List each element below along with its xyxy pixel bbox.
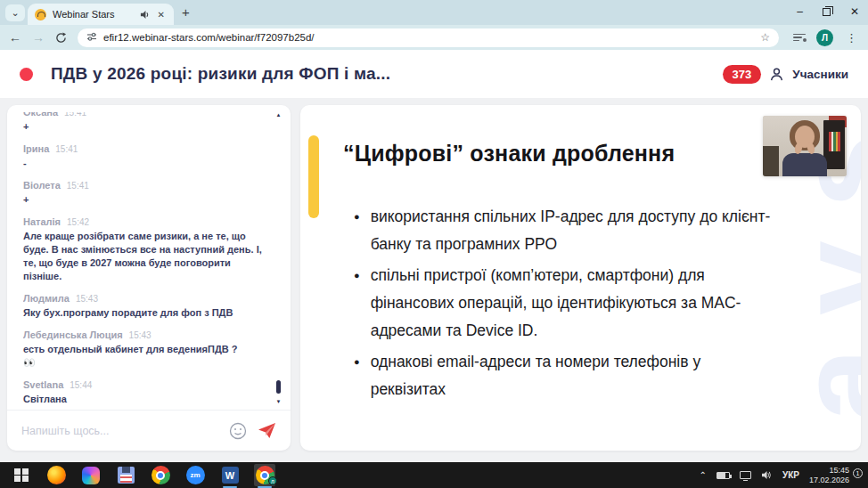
chrome-icon[interactable] (150, 464, 171, 486)
message-time: 15:41 (64, 112, 86, 118)
url-text[interactable]: efir12.webinar-stars.com/webinar/f72097b… (103, 32, 754, 43)
language-indicator[interactable]: УКР (782, 470, 799, 480)
message-author: Ірина (23, 143, 49, 154)
bullet-text: використання спільних IP-адрес для досту… (371, 203, 780, 258)
message-time: 15:41 (67, 181, 89, 191)
minimize-icon[interactable]: – (797, 4, 803, 20)
hidden-icons-chevron-icon[interactable]: ⌃ (700, 470, 707, 480)
scrollbar-thumb[interactable] (276, 380, 281, 394)
message-text: + (23, 193, 264, 207)
notification-count-badge: 1 (853, 468, 863, 478)
forward-icon[interactable]: → (32, 31, 45, 44)
tab-close-icon[interactable]: ✕ (156, 10, 167, 20)
battery-icon[interactable] (717, 472, 730, 479)
chat-message: Ірина15:41 - (23, 143, 264, 170)
message-author: Людмила (23, 293, 70, 304)
chat-input-row (7, 410, 291, 451)
profile-avatar[interactable]: Л (816, 29, 833, 46)
refresh-icon[interactable] (55, 32, 67, 44)
chat-message: Наталія15:42 Але краще розібрати саме ри… (23, 216, 264, 283)
message-author: Оксана (23, 112, 58, 118)
message-time: 15:43 (76, 294, 98, 304)
message-author: Лебединська Люция (23, 329, 123, 340)
tab-audio-icon[interactable] (140, 10, 150, 20)
copilot-icon[interactable] (80, 464, 102, 486)
taskbar-apps: zm W л (0, 464, 275, 486)
tray-time: 15:45 (809, 466, 849, 476)
chat-message-list[interactable]: Оксана15:41 + Ірина15:41 - Віолета15:41 … (23, 112, 264, 408)
chat-message: Оксана15:41 + (23, 112, 264, 134)
message-author: Наталія (23, 216, 61, 227)
presenter-body (782, 153, 827, 176)
browser-tab[interactable]: Webinar Stars ✕ (28, 4, 174, 25)
message-time: 15:41 (55, 144, 78, 154)
restore-icon[interactable] (823, 8, 831, 16)
message-time: 15:43 (129, 330, 151, 340)
participants-control[interactable]: 373 Учасники (723, 65, 848, 84)
person-icon (769, 67, 784, 82)
webinar-title: ПДВ у 2026 році: ризики для ФОП і ма... (51, 64, 723, 84)
participants-count-badge: 373 (723, 65, 762, 84)
message-text: Світлана (23, 393, 264, 406)
video-books (829, 132, 840, 151)
send-icon[interactable] (258, 422, 276, 439)
bookmark-star-icon[interactable]: ☆ (760, 31, 770, 44)
word-icon[interactable]: W (219, 464, 241, 486)
message-text: есть отдельный кабинет для веденияПДВ ? … (23, 343, 264, 370)
chrome-profile-badge: л (268, 476, 277, 485)
message-author: Svetlana (23, 379, 63, 390)
live-dot-icon (20, 68, 33, 81)
screen: ⌄ Webinar Stars ✕ + – ✕ ← → efir12.webin… (0, 0, 868, 488)
participants-label: Учасники (792, 68, 848, 81)
new-tab-button[interactable]: + (182, 4, 190, 20)
message-time: 15:42 (67, 217, 89, 227)
presenter-video-thumbnail[interactable] (763, 116, 847, 176)
browser-menu-icon[interactable]: ⋮ (844, 31, 859, 45)
chat-scrollbar[interactable]: ▲ ▼ (274, 112, 283, 404)
chrome-active-icon[interactable]: л (254, 464, 275, 486)
firefox-icon[interactable] (45, 464, 67, 486)
zoom-icon[interactable]: zm (184, 464, 206, 486)
site-settings-icon[interactable] (86, 29, 97, 45)
address-bar[interactable]: efir12.webinar-stars.com/webinar/f72097b… (78, 28, 779, 47)
chat-panel: Оксана15:41 + Ірина15:41 - Віолета15:41 … (7, 105, 291, 451)
chat-input[interactable] (21, 425, 218, 437)
window-close-icon[interactable]: ✕ (850, 4, 859, 20)
bullet-text: спільні пристрої (комп’ютери, смартфони)… (371, 262, 780, 345)
slide-title: “Цифрові” ознаки дроблення (343, 141, 675, 167)
network-icon[interactable] (740, 471, 751, 479)
chat-message: Лебединська Люция15:43 есть отдельный ка… (23, 329, 264, 370)
chat-message: Людмила15:43 Яку бух.програму порадите д… (23, 293, 264, 320)
slide-bullet-list: ● використання спільних IP-адрес для дос… (354, 203, 780, 407)
main-area: Оксана15:41 + Ірина15:41 - Віолета15:41 … (0, 98, 868, 462)
chat-message: Svetlana15:44 Світлана (23, 379, 264, 406)
windows-icon (14, 468, 29, 483)
webinar-header: ПДВ у 2026 році: ризики для ФОП і ма... … (0, 50, 868, 98)
message-text: + (23, 120, 264, 134)
message-text: Яку бух.програму порадите для фоп з ПДВ (23, 306, 264, 320)
chat-message: Віолета15:41 + (23, 180, 264, 207)
scroll-down-icon[interactable]: ▼ (274, 399, 283, 404)
save-app-icon[interactable] (115, 464, 136, 486)
browser-toolbar: ← → efir12.webinar-stars.com/webinar/f72… (0, 25, 868, 50)
back-icon[interactable]: ← (9, 31, 21, 44)
slide-bullet: ● однакові email-адреси та номери телефо… (354, 348, 780, 403)
tab-title: Webinar Stars (53, 9, 134, 20)
message-time: 15:44 (70, 380, 92, 390)
watermark-letter: a (791, 313, 861, 451)
bullet-icon: ● (354, 348, 360, 403)
tab-search-chevron-icon[interactable]: ⌄ (5, 4, 25, 21)
clock[interactable]: 15:45 17.02.2026 (809, 466, 849, 485)
volume-icon[interactable] (761, 470, 773, 480)
media-controls-icon[interactable] (793, 34, 806, 42)
watermark-letter: v (791, 207, 861, 349)
system-tray: ⌃ УКР 15:45 17.02.2026 1 (700, 466, 868, 485)
browser-tab-strip: ⌄ Webinar Stars ✕ + – ✕ (0, 0, 868, 25)
emoji-icon[interactable] (229, 422, 247, 440)
start-button[interactable] (11, 464, 32, 486)
scroll-up-icon[interactable]: ▲ (274, 112, 283, 118)
message-text: - (23, 157, 264, 170)
video-cabinet (763, 146, 779, 176)
slide-bullet: ● використання спільних IP-адрес для дос… (354, 203, 780, 258)
message-text: Але краще розібрати саме ризики, а не те… (23, 230, 264, 283)
